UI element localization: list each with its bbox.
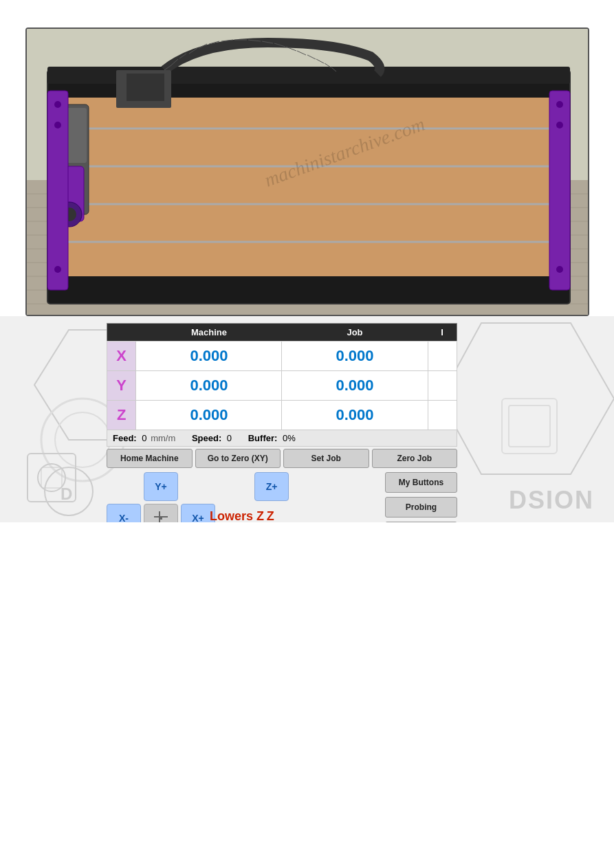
y-job-value: 0.000	[282, 371, 428, 401]
svg-point-50	[556, 122, 563, 129]
y-machine-value: 0.000	[136, 371, 282, 401]
svg-rect-70	[160, 517, 162, 520]
position-table: Machine Job I X 0.000 0.000 Y 0.000 0.00…	[107, 323, 457, 447]
action-buttons-row: Home Machine Go to Zero (XY) Set Job Zer…	[107, 449, 457, 468]
coolant-flood-button[interactable]: Coolant Flood	[385, 522, 457, 522]
speed-value: 0	[227, 433, 232, 443]
machine-col-header: Machine	[136, 324, 282, 342]
svg-point-49	[556, 101, 563, 108]
z-axis-label: Z	[107, 401, 136, 430]
x-job-value: 0.000	[282, 342, 428, 371]
svg-text:DSION: DSION	[509, 486, 594, 514]
svg-rect-57	[502, 399, 557, 454]
x-extra	[428, 342, 457, 371]
status-row: Feed: 0 mm/m Speed: 0 Buffer: 0%	[107, 430, 457, 447]
xy-jog-grid: Y+ X- X+ Y-	[107, 472, 215, 522]
x-machine-value: 0.000	[136, 342, 282, 371]
control-panel: Machine Job I X 0.000 0.000 Y 0.000 0.00…	[107, 323, 457, 522]
jog-and-right-panel: Y+ X- X+ Y- Z+ Lowers Z Z Z-	[107, 472, 457, 522]
z-label-z: Z	[267, 509, 274, 522]
zero-job-button[interactable]: Zero Job	[372, 449, 458, 468]
svg-rect-45	[549, 91, 570, 290]
bottom-area	[0, 522, 614, 728]
svg-rect-58	[509, 405, 550, 447]
y-axis-row: Y 0.000 0.000	[107, 371, 457, 401]
svg-rect-43	[127, 74, 164, 101]
buffer-label: Buffer:	[248, 433, 278, 443]
home-center-button[interactable]	[144, 504, 178, 522]
job-col-header: Job	[282, 324, 428, 342]
table-header-row: Machine Job I	[107, 324, 457, 342]
y-extra	[428, 371, 457, 401]
lowers-z-text: Lowers Z	[210, 509, 264, 522]
svg-rect-12	[68, 98, 549, 276]
home-machine-button[interactable]: Home Machine	[107, 449, 193, 468]
x-minus-button[interactable]: X-	[107, 504, 141, 522]
machine-image-container: machinistarchive.com	[25, 27, 589, 316]
svg-point-46	[54, 101, 61, 108]
probing-button[interactable]: Probing	[385, 497, 457, 518]
lowers-z-label: Lowers Z Z	[210, 509, 292, 522]
speed-label: Speed:	[192, 433, 221, 443]
z-axis-row: Z 0.000 0.000	[107, 401, 457, 430]
go-to-zero-button[interactable]: Go to Zero (XY)	[195, 449, 281, 468]
axis-col-header	[107, 324, 136, 342]
feed-value: 0	[142, 433, 146, 443]
z-job-value: 0.000	[282, 401, 428, 430]
z-machine-value: 0.000	[136, 401, 282, 430]
buffer-value: 0%	[283, 433, 296, 443]
extra-col-header: I	[428, 324, 457, 342]
feed-label: Feed:	[113, 433, 137, 443]
status-cell: Feed: 0 mm/m Speed: 0 Buffer: 0%	[107, 430, 457, 447]
x-axis-row: X 0.000 0.000	[107, 342, 457, 371]
svg-point-51	[556, 266, 563, 273]
right-panel-buttons: My Buttons Probing Coolant Flood Coolant…	[385, 472, 457, 522]
feed-unit: mm/m	[151, 433, 175, 443]
z-extra	[428, 401, 457, 430]
my-buttons-button[interactable]: My Buttons	[385, 472, 457, 493]
svg-rect-63	[41, 467, 62, 488]
x-axis-label: X	[107, 342, 136, 371]
svg-point-48	[54, 266, 61, 273]
z-jog-area: Z+ Lowers Z Z Z-	[230, 472, 313, 522]
z-plus-button[interactable]: Z+	[254, 472, 289, 501]
svg-point-47	[54, 122, 61, 129]
set-job-button[interactable]: Set Job	[283, 449, 369, 468]
machine-image: machinistarchive.com	[27, 29, 589, 316]
background-pattern: ✦ ✦ DSION D Machine Job I X 0.000 0.000	[0, 316, 614, 522]
svg-rect-44	[47, 91, 68, 290]
svg-text:D: D	[61, 485, 72, 503]
y-axis-label: Y	[107, 371, 136, 401]
y-plus-button[interactable]: Y+	[144, 472, 178, 501]
